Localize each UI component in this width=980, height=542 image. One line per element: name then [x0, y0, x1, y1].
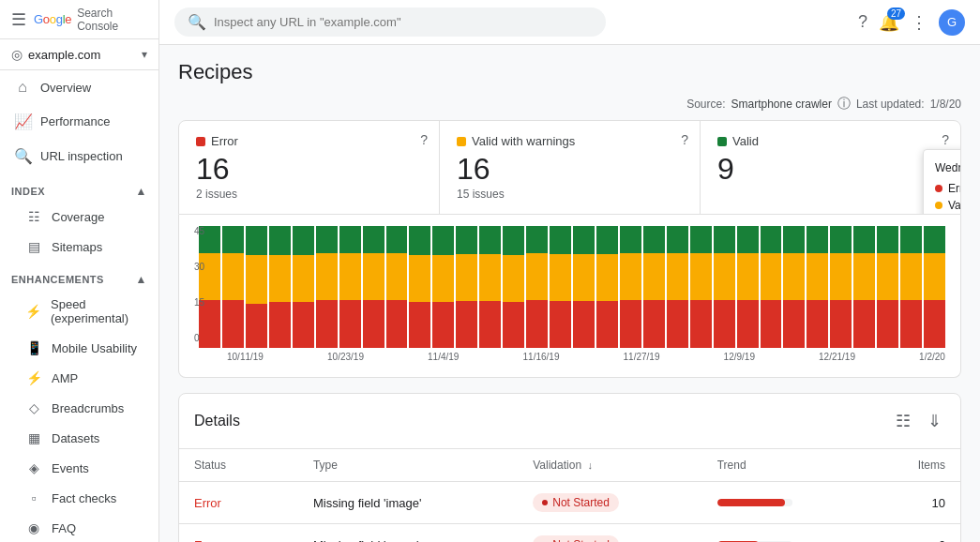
- page-title: Recipes: [178, 60, 961, 84]
- table-header-row: Status Type Validation ↓ Trend Items: [179, 449, 960, 482]
- chart-y-labels: 45 30 15 0: [194, 226, 222, 343]
- download-button[interactable]: ⇓: [924, 407, 945, 435]
- sidebar-item-url-inspection[interactable]: 🔍 URL inspection: [0, 139, 158, 173]
- google-logo: Google Search Console: [34, 7, 147, 33]
- warning-issues: 15 issues: [457, 188, 683, 201]
- main-area: 🔍 ? 🔔 27 ⋮ G Recipes Source: Smartphone …: [159, 0, 980, 542]
- bar-valid: [900, 226, 922, 253]
- source-info-icon[interactable]: ⓘ: [837, 96, 851, 113]
- bar-warning: [432, 255, 454, 302]
- bar-valid: [690, 226, 712, 253]
- notifications-icon[interactable]: 🔔 27: [879, 12, 899, 33]
- bar-group: [222, 226, 244, 348]
- valid-help-icon[interactable]: ?: [942, 132, 949, 147]
- sidebar-item-overview[interactable]: ⌂ Overview: [0, 70, 158, 104]
- fact-checks-icon: ▫: [25, 490, 42, 505]
- table-row[interactable]: Error Missing field 'name' Not Started 6: [179, 524, 960, 543]
- validation-badge: Not Started: [533, 493, 619, 512]
- site-icon: ◎: [11, 47, 23, 62]
- chart-container: 45 30 15 0 10/11/1910/23/1911/4/1911/16/…: [194, 226, 945, 362]
- chart-x-labels: 10/11/1910/23/1911/4/1911/16/1911/27/191…: [227, 352, 945, 362]
- overview-icon: ⌂: [14, 79, 31, 96]
- bar-group: [714, 226, 735, 348]
- error-help-icon[interactable]: ?: [420, 132, 428, 147]
- site-selector[interactable]: ◎ example.com ▾: [0, 39, 158, 70]
- fact-checks-label: Fact checks: [52, 491, 116, 505]
- items-cell: 6: [869, 524, 960, 543]
- topbar: 🔍 ? 🔔 27 ⋮ G: [159, 0, 980, 45]
- bar-error: [339, 300, 361, 348]
- y-label-15: 15: [194, 297, 222, 308]
- bar-valid: [456, 226, 477, 254]
- sidebar-item-coverage[interactable]: ☷ Coverage: [0, 202, 158, 232]
- bar-error: [900, 300, 922, 348]
- bar-warning: [807, 253, 828, 300]
- bar-group: [432, 226, 454, 348]
- bar-valid: [643, 226, 665, 253]
- validation-cell: Not Started: [518, 524, 701, 543]
- bar-group: [409, 226, 430, 348]
- help-icon[interactable]: ?: [858, 12, 867, 32]
- bar-group: [596, 226, 618, 348]
- bar-group: [643, 226, 665, 348]
- search-box[interactable]: 🔍: [174, 8, 606, 37]
- user-avatar[interactable]: G: [939, 9, 965, 36]
- bar-group: [761, 226, 782, 348]
- tooltip-warning-dot: [935, 202, 942, 209]
- faq-label: FAQ: [52, 521, 76, 535]
- bar-error: [667, 300, 688, 348]
- sidebar-item-speed[interactable]: ⚡ Speed (experimental): [0, 290, 158, 333]
- col-validation[interactable]: Validation ↓: [518, 449, 701, 482]
- sidebar-item-sitemaps[interactable]: ▤ Sitemaps: [0, 232, 158, 262]
- amp-label: AMP: [52, 371, 78, 385]
- sidebar-item-breadcrumbs[interactable]: ◇ Breadcrumbs: [0, 393, 158, 423]
- bar-warning: [737, 253, 759, 300]
- trend-bar-container: [717, 499, 792, 506]
- bar-error: [456, 301, 477, 348]
- bar-warning: [246, 255, 267, 303]
- bar-valid: [714, 226, 735, 253]
- sidebar-item-events[interactable]: ◈ Events: [0, 453, 158, 483]
- sidebar-item-datasets[interactable]: ▦ Datasets: [0, 423, 158, 453]
- menu-icon[interactable]: ☰: [11, 9, 26, 30]
- table-row[interactable]: Error Missing field 'image' Not Started …: [179, 482, 960, 524]
- error-count: 16: [196, 154, 422, 184]
- bar-error: [363, 300, 384, 348]
- sidebar-item-mobile-usability[interactable]: 📱 Mobile Usability: [0, 333, 158, 363]
- filter-button[interactable]: ☷: [892, 407, 914, 435]
- sidebar-item-faq[interactable]: ◉ FAQ: [0, 513, 158, 542]
- enhancements-section-header[interactable]: Enhancements ▲: [0, 265, 158, 290]
- bar-valid: [853, 226, 875, 253]
- bar-group: [830, 226, 852, 348]
- bar-error: [526, 300, 548, 348]
- sidebar-item-amp[interactable]: ⚡ AMP: [0, 363, 158, 393]
- details-section: Details ☷ ⇓ Status Type Validation ↓ T: [178, 393, 961, 542]
- bar-group: [316, 226, 338, 348]
- warning-help-icon[interactable]: ?: [681, 132, 688, 147]
- bar-warning: [456, 254, 477, 301]
- bar-warning: [924, 253, 945, 300]
- bar-warning: [830, 253, 852, 300]
- sidebar-item-fact-checks[interactable]: ▫ Fact checks: [0, 483, 158, 513]
- search-input[interactable]: [214, 15, 593, 29]
- y-label-45: 45: [194, 226, 222, 236]
- sidebar-item-performance[interactable]: 📈 Performance: [0, 104, 158, 139]
- bar-error: [714, 300, 735, 348]
- bar-group: [246, 226, 267, 348]
- bar-warning: [339, 253, 361, 300]
- sitemaps-icon: ▤: [25, 239, 42, 254]
- source-name: Smartphone crawler: [731, 98, 832, 111]
- index-section-header[interactable]: Index ▲: [0, 177, 158, 202]
- bar-group: [877, 226, 898, 348]
- bar-valid: [526, 226, 548, 253]
- bar-error: [853, 300, 875, 348]
- details-title: Details: [194, 413, 240, 429]
- details-actions: ☷ ⇓: [892, 407, 945, 435]
- bar-warning: [363, 253, 384, 301]
- warning-count: 16: [457, 154, 683, 184]
- col-status: Status: [179, 449, 298, 482]
- apps-icon[interactable]: ⋮: [911, 12, 927, 33]
- speed-icon: ⚡: [25, 304, 41, 319]
- chart-bars: [199, 226, 945, 348]
- warning-card: Valid with warnings 16 15 issues ?: [440, 121, 701, 214]
